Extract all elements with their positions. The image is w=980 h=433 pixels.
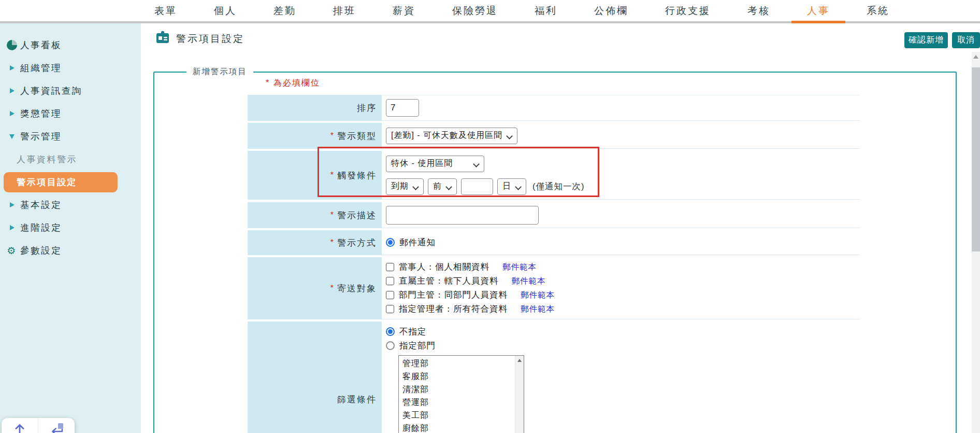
chevron-right-icon	[7, 111, 17, 116]
department-option[interactable]: 營運部	[399, 396, 524, 409]
tab-bulletin[interactable]: 公佈欄	[594, 0, 628, 21]
before-after-select[interactable]: 前	[428, 178, 457, 195]
before-after-value: 前	[433, 181, 442, 192]
department-option[interactable]: 美工部	[399, 409, 524, 422]
recipient-party-checkbox[interactable]	[386, 263, 394, 271]
department-option[interactable]: 客服部	[399, 370, 524, 383]
tab-insurance[interactable]: 保險勞退	[452, 0, 498, 21]
tab-appraisal[interactable]: 考核	[747, 0, 770, 21]
form-rows: 排序 * 警示類型 [差勤] - 可休天數及使用區間	[248, 95, 860, 433]
tab-welfare[interactable]: 福利	[535, 0, 557, 21]
chevron-right-icon	[7, 65, 17, 71]
tab-system[interactable]: 系統	[867, 0, 889, 21]
alert-description-input[interactable]	[386, 206, 539, 225]
sidebar-item-basic-settings[interactable]: 基本設定	[0, 193, 141, 216]
id-badge-icon	[155, 31, 170, 47]
required-asterisk: *	[330, 171, 335, 180]
alert-type-select[interactable]: [差勤] - 可休天數及使用區間	[386, 128, 517, 144]
alert-description-label: * 警示描述	[248, 202, 382, 228]
due-select[interactable]: 到期	[386, 178, 424, 195]
sidebar-item-label: 人事看板	[20, 39, 62, 51]
sidebar-item-label: 進階設定	[20, 221, 62, 234]
sidebar-item-hr-data-alert[interactable]: 人事資料警示	[0, 148, 141, 171]
sidebar-item-label: 參數設定	[20, 244, 62, 257]
sidebar-item-hr-info-query[interactable]: 人事資訊查詢	[0, 79, 141, 102]
tab-payroll[interactable]: 薪資	[393, 0, 415, 21]
form-row-alert-type: * 警示類型 [差勤] - 可休天數及使用區間	[248, 123, 860, 149]
recipients-label: * 寄送對象	[248, 257, 382, 319]
panel-legend: 新增警示項目	[186, 66, 253, 77]
chevron-down-icon	[7, 134, 17, 139]
tab-shift[interactable]: 排班	[333, 0, 356, 21]
confirm-add-button[interactable]: 確認新增	[904, 32, 948, 48]
notify-once-note: (僅通知一次)	[532, 181, 585, 192]
sidebar-item-label: 組織管理	[20, 62, 62, 74]
scroll-to-top-button[interactable]	[2, 418, 38, 433]
department-option[interactable]: 廚餘部	[399, 422, 524, 433]
department-listbox[interactable]: 管理部 客服部 清潔部 營運部 美工部 廚餘部	[398, 355, 524, 433]
cancel-button[interactable]: 取消	[952, 32, 980, 48]
unit-select[interactable]: 日	[497, 178, 526, 195]
alert-type-label: * 警示類型	[248, 123, 382, 149]
leave-type-value: 特休 - 使用區間	[391, 158, 453, 169]
page-scrollbar[interactable]	[972, 52, 980, 433]
required-asterisk: *	[330, 131, 335, 141]
days-input[interactable]	[461, 178, 493, 195]
form-row-trigger-condition: * 觸發條件 特休 - 使用區間 到期 前	[248, 151, 860, 200]
mail-template-link[interactable]: 郵件範本	[521, 290, 555, 301]
sidebar-item-parameter-settings[interactable]: ⚙ 參數設定	[0, 239, 141, 262]
required-asterisk: *	[330, 284, 335, 293]
scrollbar-thumb[interactable]	[972, 67, 980, 252]
exit-button[interactable]	[38, 418, 75, 433]
mail-template-link[interactable]: 郵件範本	[512, 276, 546, 287]
form-row-alert-description: * 警示描述	[248, 202, 860, 228]
tab-attendance[interactable]: 差勤	[273, 0, 296, 21]
sidebar-item-advanced-settings[interactable]: 進階設定	[0, 216, 141, 239]
arrow-up-icon	[13, 422, 26, 433]
tab-hr[interactable]: 人事	[807, 0, 830, 21]
sidebar-item-rewards[interactable]: 獎懲管理	[0, 102, 141, 125]
alert-type-value: [差勤] - 可休天數及使用區間	[391, 130, 502, 141]
floating-action-card	[2, 418, 75, 433]
chevron-right-icon	[7, 225, 17, 230]
scroll-up-icon[interactable]	[515, 356, 524, 365]
recipient-option: 直屬主管：轄下人員資料 郵件範本	[386, 274, 860, 288]
listbox-scrollbar[interactable]	[515, 356, 524, 433]
sidebar-item-label: 警示管理	[20, 130, 62, 143]
gear-icon: ⚙	[7, 246, 17, 256]
department-option[interactable]: 管理部	[399, 357, 524, 370]
unit-value: 日	[502, 181, 511, 192]
mail-notify-radio[interactable]	[386, 238, 395, 247]
sidebar-item-label: 基本設定	[20, 199, 62, 211]
page-title: 警示項目設定	[176, 32, 244, 46]
tab-forms[interactable]: 表單	[154, 0, 177, 21]
recipient-option: 指定管理者：所有符合資料 郵件範本	[386, 302, 860, 316]
top-nav: 表單 個人 差勤 排班 薪資 保險勞退 福利 公佈欄 行政支援 考核 人事 系統	[0, 0, 980, 23]
sort-input[interactable]	[386, 99, 419, 117]
mail-template-link[interactable]: 郵件範本	[521, 304, 555, 315]
sidebar-item-alert-management[interactable]: 警示管理	[0, 125, 141, 148]
mail-template-link[interactable]: 郵件範本	[502, 262, 537, 273]
sidebar-item-organization[interactable]: 組織管理	[0, 57, 141, 79]
page-header: 警示項目設定	[155, 31, 244, 47]
filter-department-radio[interactable]	[386, 341, 395, 350]
department-option[interactable]: 清潔部	[399, 383, 524, 396]
recipient-direct-supervisor-checkbox[interactable]	[386, 277, 394, 285]
tab-admin-support[interactable]: 行政支援	[665, 0, 711, 21]
filter-department-label: 指定部門	[399, 340, 436, 352]
recipient-assigned-manager-checkbox[interactable]	[386, 305, 394, 313]
sidebar-item-label: 獎懲管理	[20, 107, 62, 120]
leave-type-select[interactable]: 特休 - 使用區間	[386, 156, 484, 172]
main-content: 警示項目設定 確認新增 取消 新增警示項目 * 為必填欄位 排序 * 警示類型	[141, 23, 980, 433]
tab-personal[interactable]: 個人	[214, 0, 237, 21]
form-row-alert-method: * 警示方式 郵件通知	[248, 230, 860, 255]
scrollbar-up-icon[interactable]	[972, 52, 980, 61]
alert-method-label: * 警示方式	[248, 230, 382, 255]
recipient-option: 部門主管：同部門人員資料 郵件範本	[386, 288, 860, 302]
sidebar-item-alert-item-setting[interactable]: 警示項目設定	[4, 172, 118, 192]
filter-none-radio[interactable]	[386, 327, 395, 336]
pie-chart-icon	[7, 40, 17, 50]
recipient-dept-supervisor-checkbox[interactable]	[386, 291, 394, 299]
trigger-condition-label: * 觸發條件	[248, 151, 382, 200]
sidebar-item-hr-dashboard[interactable]: 人事看板	[0, 34, 141, 57]
